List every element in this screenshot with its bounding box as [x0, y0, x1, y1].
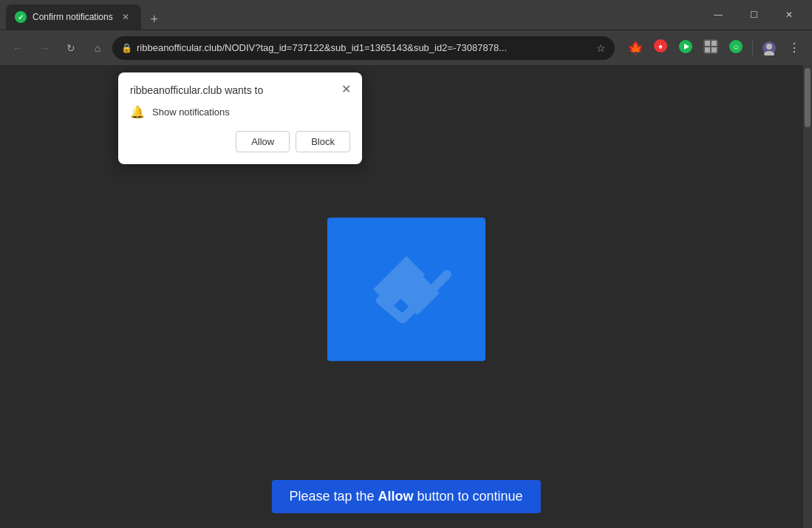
minimize-button[interactable]: — [701, 3, 735, 27]
bottom-banner: Please tap the Allow button to continue [271, 480, 540, 513]
url-text: ribbeanofficular.club/NODIV?tag_id=73712… [137, 42, 592, 53]
banner-bold-text: Allow [378, 489, 413, 504]
notification-popup: ✕ ribbeanofficular.club wants to 🔔 Show … [118, 72, 362, 164]
notification-label: Show notifications [152, 106, 230, 118]
active-tab[interactable]: Confirm notifications ✕ [6, 4, 141, 30]
center-image [327, 217, 485, 361]
bell-icon: 🔔 [130, 105, 145, 119]
lock-icon: 🔒 [121, 43, 132, 53]
menu-dots-icon: ⋮ [788, 41, 801, 55]
tab-favicon [15, 11, 27, 23]
extension-2-icon[interactable]: ♠ [649, 36, 672, 60]
extension-3-icon[interactable] [674, 36, 697, 60]
popup-buttons: Allow Block [130, 131, 350, 152]
svg-rect-7 [705, 47, 710, 53]
center-logo-svg [351, 241, 462, 337]
tab-strip: Confirm notifications ✕ + [6, 0, 695, 30]
scrollbar[interactable] [803, 65, 812, 528]
new-tab-button[interactable]: + [144, 9, 165, 30]
profile-icon [762, 41, 777, 55]
svg-point-12 [766, 44, 772, 50]
address-bar[interactable]: 🔒 ribbeanofficular.club/NODIV?tag_id=737… [112, 36, 615, 60]
extension-1-icon[interactable]: 🍁 [624, 36, 647, 60]
back-button[interactable]: ← [6, 36, 30, 60]
svg-text:☺: ☺ [732, 43, 740, 51]
home-button[interactable]: ⌂ [86, 36, 109, 60]
bookmark-star-icon[interactable]: ☆ [596, 42, 606, 54]
allow-button[interactable]: Allow [236, 131, 290, 152]
banner-text-before: Please tap the [289, 489, 378, 504]
tab-close-button[interactable]: ✕ [119, 10, 132, 24]
extension-5-icon[interactable]: ☺ [724, 36, 748, 60]
forward-button[interactable]: → [33, 36, 56, 60]
block-button[interactable]: Block [296, 131, 350, 152]
separator [752, 41, 753, 55]
browser-window: Confirm notifications ✕ + — ☐ ✕ ← → ↻ ⌂ … [0, 0, 812, 528]
profile-button[interactable] [757, 36, 781, 60]
close-window-button[interactable]: ✕ [772, 3, 806, 27]
svg-rect-8 [712, 47, 717, 53]
popup-title: ribbeanofficular.club wants to [130, 84, 350, 96]
popup-close-button[interactable]: ✕ [337, 80, 355, 98]
svg-rect-6 [712, 41, 717, 46]
scrollbar-thumb[interactable] [805, 68, 811, 127]
svg-rect-5 [705, 41, 710, 46]
toolbar-icons: 🍁 ♠ ☺ [624, 36, 806, 60]
reload-button[interactable]: ↻ [59, 36, 83, 60]
tab-title: Confirm notifications [33, 12, 113, 22]
popup-notification-row: 🔔 Show notifications [130, 105, 350, 119]
maximize-button[interactable]: ☐ [737, 3, 771, 27]
banner-text-after: button to continue [413, 489, 522, 504]
window-controls: — ☐ ✕ [701, 3, 806, 27]
menu-button[interactable]: ⋮ [782, 36, 806, 60]
svg-text:♠: ♠ [658, 42, 663, 50]
title-bar: Confirm notifications ✕ + — ☐ ✕ [0, 0, 812, 30]
extension-4-icon[interactable] [699, 36, 723, 60]
nav-bar: ← → ↻ ⌂ 🔒 ribbeanofficular.club/NODIV?ta… [0, 30, 812, 65]
page-content: ✕ ribbeanofficular.club wants to 🔔 Show … [0, 65, 812, 528]
